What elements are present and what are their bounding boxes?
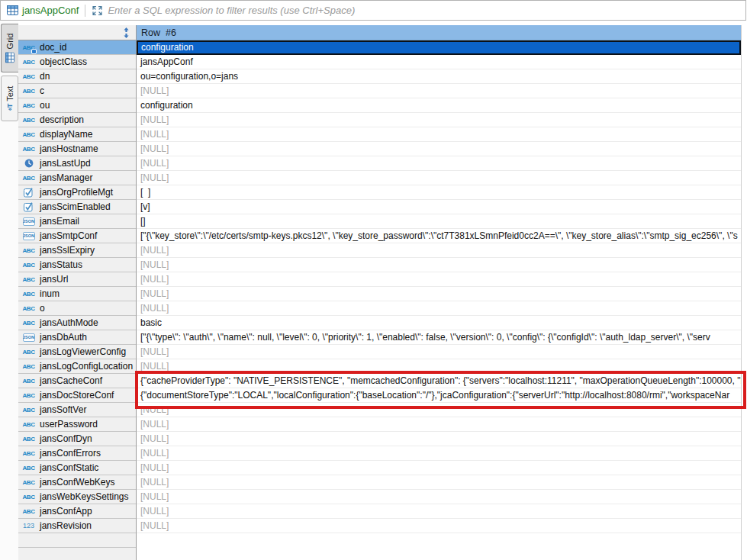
field-row-jansConfApp[interactable]: ABCjansConfApp [18,504,136,519]
field-row-doc_id[interactable]: ABCdoc_id [18,40,136,55]
value-cell-jansCacheConf[interactable]: {"cacheProviderType": "NATIVE_PERSISTENC… [137,374,741,388]
field-row-jansDocStoreConf[interactable]: ABCjansDocStoreConf [18,388,136,403]
value-cell-jansConfWebKeys[interactable]: [NULL] [137,475,741,490]
value-cell-jansEmail[interactable]: [] [137,214,741,229]
value-cell-jansScimEnabled[interactable]: [v] [137,200,741,214]
field-row-jansSmtpConf[interactable]: JSONjansSmtpConf [18,229,136,243]
tab-grid-view[interactable]: Grid [1,24,18,72]
field-row-displayName[interactable]: ABCdisplayName [18,127,136,142]
value-cell-inum[interactable]: [NULL] [137,287,741,301]
field-row-jansRevision[interactable]: 123jansRevision [18,519,136,533]
field-row-jansAuthMode[interactable]: ABCjansAuthMode [18,316,136,330]
value-cell-jansUrl[interactable]: [NULL] [137,272,741,287]
value-cell-dn[interactable]: ou=configuration,o=jans [137,69,741,84]
value-cell-jansConfErrors[interactable]: [NULL] [137,446,741,461]
field-row-jansUrl[interactable]: ABCjansUrl [18,272,136,287]
toolbar-separator [85,5,85,17]
field-row-jansConfDyn[interactable]: ABCjansConfDyn [18,432,136,446]
field-row-jansConfWebKeys[interactable]: ABCjansConfWebKeys [18,475,136,490]
field-row-c[interactable]: ABCc [18,84,136,98]
field-row-jansLogViewerConfig[interactable]: ABCjansLogViewerConfig [18,345,136,359]
field-row-jansSoftVer[interactable]: ABCjansSoftVer [18,403,136,417]
value-cell-o[interactable]: [NULL] [137,301,741,316]
field-row-description[interactable]: ABCdescription [18,113,136,127]
field-row-jansLastUpd[interactable]: jansLastUpd [18,156,136,171]
text-view-icon: «T [6,105,14,111]
fields-column-header[interactable] [18,25,136,40]
field-name-label: jansSslExpiry [40,245,95,256]
string-type-icon: ABC [21,477,37,488]
field-row-ou[interactable]: ABCou [18,98,136,113]
value-cell-displayName[interactable]: [NULL] [137,127,741,142]
filter-toolbar: jansAppConf [0,0,746,21]
field-row-jansSslExpiry[interactable]: ABCjansSslExpiry [18,243,136,258]
field-name-label: jansLastUpd [40,158,91,169]
field-row-dn[interactable]: ABCdn [18,69,136,84]
field-name-label: ou [40,100,50,111]
value-cell-doc_id[interactable]: configuration [137,40,741,55]
value-cell-jansRevision[interactable]: [NULL] [137,519,741,533]
value-cell-ou[interactable]: configuration [137,98,741,113]
value-cell-jansDbAuth[interactable]: ["{\"type\": \"auth\", \"name\": null, \… [137,330,741,345]
field-name-label: jansConfStatic [40,462,98,473]
value-cell-userPassword[interactable]: [NULL] [137,417,741,432]
value-cell-jansOrgProfileMgt[interactable]: [ ] [137,185,741,200]
value-cell-jansSoftVer[interactable]: [NULL] [137,403,741,417]
field-row-jansScimEnabled[interactable]: jansScimEnabled [18,200,136,214]
field-row-jansConfStatic[interactable]: ABCjansConfStatic [18,461,136,475]
tab-text-view[interactable]: «T Text [1,76,18,121]
string-type-icon: ABC [21,114,37,125]
value-cell-c[interactable]: [NULL] [137,84,741,98]
field-name-label: dn [40,71,50,82]
value-cell-jansAuthMode[interactable]: basic [137,316,741,330]
sort-arrows-icon[interactable] [123,27,130,38]
value-cell-jansConfApp[interactable]: [NULL] [137,504,741,519]
value-cell-jansSmtpConf[interactable]: ["{\"key_store\":\"/etc/certs/smtp-keys.… [137,229,741,243]
field-row-userPassword[interactable]: ABCuserPassword [18,417,136,432]
value-cell-jansLogConfigLocation[interactable]: [NULL] [137,359,741,374]
value-cell-description[interactable]: [NULL] [137,113,741,127]
field-row-o[interactable]: ABCo [18,301,136,316]
field-name-label: jansDbAuth [40,332,87,343]
field-row-jansOrgProfileMgt[interactable]: jansOrgProfileMgt [18,185,136,200]
values-column-rows: configurationjansAppConfou=configuration… [137,40,741,533]
field-row-jansManager[interactable]: ABCjansManager [18,171,136,185]
field-name-label: inum [40,288,60,299]
value-cell-jansStatus[interactable]: [NULL] [137,258,741,272]
field-row-objectClass[interactable]: ABCobjectClass [18,55,136,69]
string-type-icon: ABC [21,259,37,270]
value-cell-jansConfStatic[interactable]: [NULL] [137,461,741,475]
row-header-cell[interactable]: Row #6 [137,25,741,40]
field-row-jansDbAuth[interactable]: JSONjansDbAuth [18,330,136,345]
field-row-blank [18,533,136,548]
field-row-jansLogConfigLocation[interactable]: ABCjansLogConfigLocation [18,359,136,374]
field-row-jansHostname[interactable]: ABCjansHostname [18,142,136,156]
table-icon [7,5,18,15]
fields-column: ABCdoc_idABCobjectClassABCdnABCcABCouABC… [18,25,137,560]
field-name-label: displayName [40,129,92,140]
value-cell-jansLogViewerConfig[interactable]: [NULL] [137,345,741,359]
string-type-icon: ABC [21,317,37,328]
field-name-label: jansSmtpConf [40,230,97,241]
value-cell-jansSslExpiry[interactable]: [NULL] [137,243,741,258]
sql-filter-input[interactable] [108,2,745,19]
field-row-inum[interactable]: ABCinum [18,287,136,301]
field-row-jansConfErrors[interactable]: ABCjansConfErrors [18,446,136,461]
field-row-jansWebKeysSettings[interactable]: ABCjansWebKeysSettings [18,490,136,504]
expand-panel-icon[interactable] [92,5,103,16]
field-row-jansCacheConf[interactable]: ABCjansCacheConf [18,374,136,388]
value-cell-jansLastUpd[interactable]: [NULL] [137,156,741,171]
string-type-icon: ABC [21,85,37,96]
string-type-icon: ABC [21,419,37,430]
value-cell-jansManager[interactable]: [NULL] [137,171,741,185]
table-name-label[interactable]: jansAppConf [22,5,79,16]
field-row-jansEmail[interactable]: JSONjansEmail [18,214,136,229]
string-type-icon: ABC [21,390,37,401]
value-cell-jansConfDyn[interactable]: [NULL] [137,432,741,446]
value-cell-jansDocStoreConf[interactable]: {"documentStoreType":"LOCAL","localConfi… [137,388,741,403]
value-cell-jansWebKeysSettings[interactable]: [NULL] [137,490,741,504]
value-cell-jansHostname[interactable]: [NULL] [137,142,741,156]
numeric-type-icon: 123 [21,520,37,531]
field-row-jansStatus[interactable]: ABCjansStatus [18,258,136,272]
value-cell-objectClass[interactable]: jansAppConf [137,55,741,69]
